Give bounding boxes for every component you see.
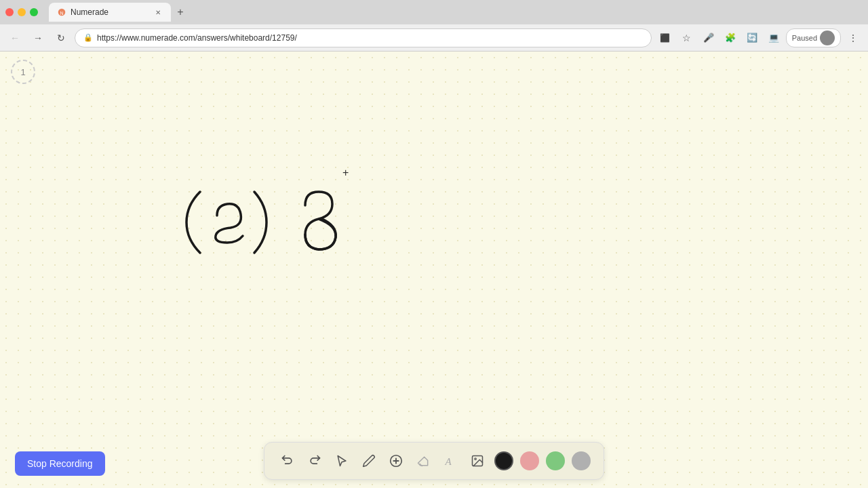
text-icon: A <box>443 454 457 468</box>
svg-text:A: A <box>445 456 452 467</box>
pen-tool-button[interactable] <box>357 449 381 473</box>
svg-point-8 <box>475 458 477 460</box>
maximize-button[interactable] <box>30 8 38 16</box>
add-tool-button[interactable] <box>384 449 408 473</box>
sync-icon[interactable]: 🔄 <box>743 28 762 47</box>
svg-text:N: N <box>60 11 63 16</box>
bookmark-icon[interactable]: ☆ <box>677 28 696 47</box>
whiteboard-canvas[interactable]: 1 + Stop Recording <box>0 52 868 488</box>
extensions-icon[interactable]: 🧩 <box>721 28 740 47</box>
redo-icon <box>308 454 321 468</box>
image-tool-button[interactable] <box>465 449 490 473</box>
tab-close-button[interactable]: ✕ <box>153 7 163 17</box>
address-bar[interactable]: 🔒 https://www.numerade.com/answers/white… <box>75 28 652 47</box>
browser-window: N Numerade ✕ + ← → ↻ 🔒 https://www.numer… <box>0 0 868 488</box>
minimize-button[interactable] <box>18 8 26 16</box>
select-tool-button[interactable] <box>330 449 354 473</box>
paused-label: Paused <box>792 34 817 42</box>
image-icon <box>471 454 484 468</box>
handwriting-svg <box>0 52 868 488</box>
bottom-toolbar: A <box>264 442 604 480</box>
window-controls <box>5 8 38 16</box>
tab-label: Numerade <box>71 7 108 17</box>
color-pink-button[interactable] <box>520 451 539 470</box>
close-button[interactable] <box>5 8 14 16</box>
tab-favicon: N <box>57 7 66 17</box>
title-bar: N Numerade ✕ + <box>0 0 868 24</box>
color-gray-button[interactable] <box>572 451 591 470</box>
refresh-button[interactable]: ↻ <box>52 28 71 47</box>
add-icon <box>389 453 403 468</box>
stop-recording-button[interactable]: Stop Recording <box>15 451 105 476</box>
forward-button[interactable]: → <box>28 28 47 47</box>
color-green-button[interactable] <box>546 451 565 470</box>
eraser-tool-button[interactable] <box>411 449 435 473</box>
nav-bar: ← → ↻ 🔒 https://www.numerade.com/answers… <box>0 24 868 52</box>
nav-right-controls: ⬛ ☆ 🎤 🧩 🔄 💻 Paused ⋮ <box>656 28 863 47</box>
eraser-icon <box>416 454 430 468</box>
profile-button[interactable] <box>820 30 835 45</box>
microphone-icon[interactable]: 🎤 <box>699 28 718 47</box>
lock-icon: 🔒 <box>83 33 93 42</box>
tab-bar: N Numerade ✕ + <box>49 3 863 22</box>
back-button[interactable]: ← <box>5 28 24 47</box>
undo-button[interactable] <box>275 449 300 473</box>
pen-icon <box>362 454 376 468</box>
cast-icon[interactable]: ⬛ <box>656 28 675 47</box>
url-text: https://www.numerade.com/answers/whitebo… <box>97 33 643 43</box>
active-tab[interactable]: N Numerade ✕ <box>49 3 171 22</box>
text-tool-button[interactable]: A <box>438 449 462 473</box>
paused-badge: Paused <box>786 28 841 47</box>
select-icon <box>335 454 349 468</box>
color-black-button[interactable] <box>494 451 513 470</box>
menu-button[interactable]: ⋮ <box>844 28 863 47</box>
screensaver-icon[interactable]: 💻 <box>764 28 783 47</box>
redo-button[interactable] <box>302 449 327 473</box>
new-tab-button[interactable]: + <box>171 3 190 22</box>
undo-icon <box>281 454 294 468</box>
